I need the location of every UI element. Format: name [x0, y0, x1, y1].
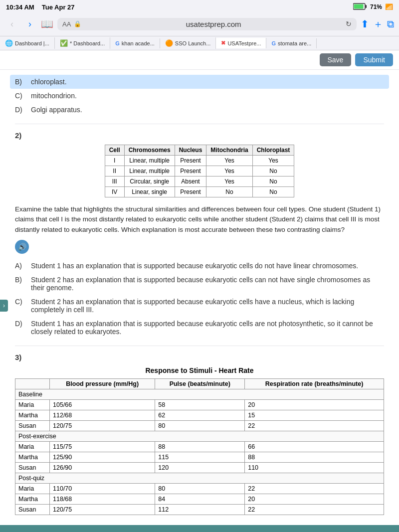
section-baseline: Baseline: [15, 389, 384, 399]
side-panel-arrow[interactable]: ›: [0, 300, 8, 312]
table-row: Maria105/665820: [15, 399, 384, 410]
q2-letter-d: D): [15, 320, 25, 328]
submit-button[interactable]: Submit: [355, 53, 393, 66]
answer-letter-c: C): [15, 92, 25, 100]
section-post-quiz: Post-quiz: [15, 473, 384, 483]
tabs-row: 🌐 Dashboard |... ✅ * Dashboard... G khan…: [0, 36, 399, 50]
table-row: IIICircular, singleAbsentYesNo: [105, 177, 294, 187]
svg-text:📶: 📶: [385, 3, 393, 10]
q2-answer-d[interactable]: D) Student 1 has an explanation that is …: [15, 317, 384, 339]
table-row: Maria110/708022: [15, 483, 384, 494]
tab-icon-2: ✅: [60, 39, 68, 47]
save-button[interactable]: Save: [320, 53, 352, 66]
q2-answer-c[interactable]: C) Student 2 has an explanation that is …: [15, 295, 384, 317]
answer-letter-d: D): [15, 106, 25, 114]
answer-option-b[interactable]: B) chloroplast.: [10, 75, 389, 89]
question2-number: 2): [15, 131, 384, 140]
action-bar: Save Submit: [0, 50, 399, 70]
q2-text-b: Student 2 has an explanation that is sup…: [31, 276, 384, 292]
table-row: Susan126/90120110: [15, 462, 384, 473]
table-row: IILinear, multiplePresentYesNo: [105, 166, 294, 177]
tab-icon-5: ✖: [221, 40, 225, 46]
answer-text-b: chloroplast.: [31, 78, 67, 86]
question2-options: A) Student 1 has an explanation that is …: [15, 259, 384, 339]
tab-usatestprep[interactable]: ✖ USATestpre...: [216, 38, 266, 48]
tab-label-5: USATestpre...: [227, 40, 261, 46]
svg-rect-2: [354, 4, 363, 8]
col-mitochondria: Mitochondria: [206, 145, 252, 156]
response-col-name: [15, 378, 50, 389]
answer-text-c: mitochondrion.: [31, 92, 77, 100]
response-col-resp: Respiration rate (breaths/minute): [245, 378, 384, 389]
table-row: Martha125/9011588: [15, 452, 384, 462]
response-stimuli-table: Blood pressure (mm/Hg) Pulse (beats/minu…: [15, 378, 384, 515]
q2-text-c: Student 2 has an explanation that is sup…: [31, 298, 384, 314]
content-wrapper: Save Submit B) chloroplast. C) mitochond…: [0, 50, 399, 525]
lock-icon: 🔒: [74, 20, 81, 27]
table-row: Maria115/758866: [15, 441, 384, 452]
tab-khan[interactable]: G khan acade...: [110, 38, 160, 48]
browser-chrome: ‹ › 📖 AA 🔒 usatestprep.com ↻ ⬆ ＋ ⧉: [0, 14, 399, 36]
font-size-control[interactable]: AA: [62, 20, 71, 28]
col-cell: Cell: [105, 145, 124, 156]
tab-label-1: Dashboard |...: [15, 40, 49, 46]
question1-options: B) chloroplast. C) mitochondrion. D) Gol…: [15, 75, 384, 117]
q2-answer-b[interactable]: B) Student 2 has an explanation that is …: [15, 273, 384, 295]
forward-button[interactable]: ›: [23, 17, 37, 31]
share-button[interactable]: ⬆: [361, 17, 369, 31]
tab-icon-4: 🟠: [165, 39, 173, 47]
answer-letter-b: B): [15, 78, 25, 86]
col-chromosomes: Chromosomes: [124, 145, 175, 156]
svg-rect-1: [365, 5, 367, 8]
table-row: Susan120/758022: [15, 420, 384, 431]
tab-sso[interactable]: 🟠 SSO Launch...: [160, 37, 216, 49]
battery-icon: [353, 3, 367, 11]
tab-label-2: * Dashboard...: [70, 40, 105, 46]
new-tab-button[interactable]: ＋: [373, 17, 383, 31]
tab-label-4: SSO Launch...: [175, 40, 211, 46]
tab-icon-1: 🌐: [5, 39, 13, 47]
reload-icon[interactable]: ↻: [346, 20, 352, 28]
audio-button[interactable]: 🔊: [15, 240, 29, 254]
status-bar: 10:34 AM Tue Apr 27 71% 📶: [0, 0, 399, 14]
tab-stomata[interactable]: G stomata are...: [266, 38, 317, 48]
q2-letter-b: B): [15, 276, 25, 284]
battery-percent: 71%: [370, 3, 382, 10]
table-row: Susan120/7511222: [15, 504, 384, 515]
tab-icon-3: G: [115, 40, 120, 46]
response-table-title: Response to Stimuli - Heart Rate: [15, 366, 384, 374]
date: Tue Apr 27: [42, 3, 75, 11]
q2-answer-a[interactable]: A) Student 1 has an explanation that is …: [15, 259, 384, 273]
q2-text-d: Student 1 has an explanation that is sup…: [31, 320, 384, 336]
time: 10:34 AM: [6, 3, 34, 11]
table-row: Martha112/686215: [15, 410, 384, 420]
page-content: B) chloroplast. C) mitochondrion. D) Gol…: [0, 70, 399, 525]
answer-option-c[interactable]: C) mitochondrion.: [15, 89, 384, 103]
address-bar[interactable]: AA 🔒 usatestprep.com ↻: [57, 18, 357, 30]
bookmarks-icon[interactable]: 📖: [41, 18, 53, 30]
q2-letter-a: A): [15, 262, 25, 270]
answer-text-d: Golgi apparatus.: [31, 106, 82, 114]
tabs-button[interactable]: ⧉: [387, 17, 394, 31]
tab-label-3: khan acade...: [122, 40, 155, 46]
response-col-pulse: Pulse (beats/minute): [155, 378, 245, 389]
question2-text: Examine the table that highlights the st…: [15, 204, 384, 235]
col-nucleus: Nucleus: [175, 145, 206, 156]
table-row: IVLinear, singlePresentNoNo: [105, 187, 294, 197]
tab-dashboard-1[interactable]: 🌐 Dashboard |...: [0, 37, 55, 49]
divider-1: [15, 124, 384, 124]
section-post-exercise: Post-exercise: [15, 431, 384, 441]
answer-option-d[interactable]: D) Golgi apparatus.: [15, 103, 384, 117]
response-col-bp: Blood pressure (mm/Hg): [50, 378, 155, 389]
tab-dashboard-2[interactable]: ✅ * Dashboard...: [55, 37, 110, 49]
table-row: ILinear, multiplePresentYesYes: [105, 156, 294, 166]
back-button[interactable]: ‹: [5, 17, 19, 31]
tab-icon-6: G: [271, 40, 276, 46]
q2-text-a: Student 1 has an explanation that is sup…: [31, 262, 358, 270]
cell-comparison-table: Cell Chromosomes Nucleus Mitochondria Ch…: [105, 145, 295, 197]
q2-letter-c: C): [15, 298, 25, 306]
tab-label-6: stomata are...: [278, 40, 311, 46]
question3-number: 3): [15, 353, 384, 361]
table-row: Martha118/688420: [15, 494, 384, 504]
divider-2: [15, 346, 384, 346]
